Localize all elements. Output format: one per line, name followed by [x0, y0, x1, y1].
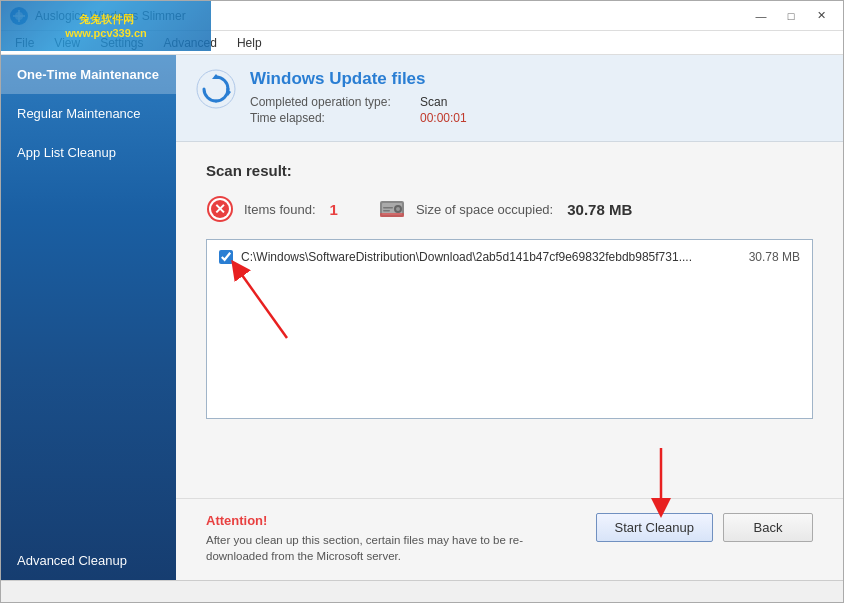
main-window: 兔兔软件网 www.pcv339.cn Auslogics Windows Sl…: [0, 0, 844, 603]
attention-text: After you clean up this section, certain…: [206, 532, 576, 564]
sidebar-item-advanced[interactable]: Advanced Cleanup: [1, 541, 176, 580]
menu-view[interactable]: View: [44, 31, 90, 54]
svg-rect-13: [383, 210, 390, 212]
content-area: Windows Update files Completed operation…: [176, 55, 843, 580]
sidebar-item-app-list[interactable]: App List Cleanup: [1, 133, 176, 172]
space-stat: Size of space occupied: 30.78 MB: [378, 195, 632, 223]
disk-icon: [378, 195, 406, 223]
items-found-label: Items found:: [244, 202, 316, 217]
status-bar: [1, 580, 843, 602]
sidebar-item-regular[interactable]: Regular Maintenance: [1, 94, 176, 133]
scan-stats: ✕ Items found: 1: [206, 195, 813, 223]
refresh-icon: [196, 69, 236, 109]
time-row: Time elapsed: 00:00:01: [250, 111, 823, 125]
operation-value: Scan: [420, 95, 447, 109]
section-title: Windows Update files: [250, 69, 823, 89]
time-label: Time elapsed:: [250, 111, 410, 125]
refresh-svg: [196, 69, 236, 109]
arrow-down-icon: [227, 258, 307, 348]
scan-result-label: Scan result:: [206, 162, 813, 179]
menu-help[interactable]: Help: [227, 31, 272, 54]
time-value: 00:00:01: [420, 111, 467, 125]
action-buttons: Start Cleanup Back: [596, 513, 814, 542]
file-path: C:\Windows\SoftwareDistribution\Download…: [241, 250, 741, 264]
items-found-stat: ✕ Items found: 1: [206, 195, 338, 223]
arrow-area: [217, 268, 802, 348]
scroll-content: Scan result: ✕ Items found: 1: [176, 142, 843, 498]
attention-block: Attention! After you clean up this secti…: [206, 513, 576, 564]
attention-title: Attention!: [206, 513, 576, 528]
minimize-button[interactable]: —: [747, 5, 775, 27]
file-list: C:\Windows\SoftwareDistribution\Download…: [206, 239, 813, 419]
info-panel: Windows Update files Completed operation…: [176, 55, 843, 142]
file-size: 30.78 MB: [749, 250, 800, 264]
close-button[interactable]: ✕: [807, 5, 835, 27]
svg-line-16: [237, 268, 287, 338]
svg-rect-12: [383, 207, 393, 209]
svg-rect-14: [380, 213, 404, 217]
svg-text:✕: ✕: [214, 201, 226, 217]
svg-point-11: [396, 207, 400, 211]
app-icon: [9, 6, 29, 26]
sidebar: One-Time Maintenance Regular Maintenance…: [1, 55, 176, 580]
arrow-to-button-icon: [631, 448, 681, 518]
back-button[interactable]: Back: [723, 513, 813, 542]
window-controls: — □ ✕: [747, 5, 835, 27]
info-details: Windows Update files Completed operation…: [250, 69, 823, 127]
sidebar-item-one-time[interactable]: One-Time Maintenance: [1, 55, 176, 94]
menu-bar: File View Settings Advanced Help: [1, 31, 843, 55]
maximize-button[interactable]: □: [777, 5, 805, 27]
operation-row: Completed operation type: Scan: [250, 95, 823, 109]
items-found-value: 1: [330, 201, 338, 218]
title-bar: Auslogics Windows Slimmer — □ ✕: [1, 1, 843, 31]
items-found-icon: ✕: [206, 195, 234, 223]
window-title: Auslogics Windows Slimmer: [35, 9, 747, 23]
menu-file[interactable]: File: [5, 31, 44, 54]
menu-settings[interactable]: Settings: [90, 31, 153, 54]
menu-advanced[interactable]: Advanced: [154, 31, 227, 54]
space-label: Size of space occupied:: [416, 202, 553, 217]
main-layout: One-Time Maintenance Regular Maintenance…: [1, 55, 843, 580]
sidebar-bottom: Advanced Cleanup: [1, 541, 176, 580]
operation-label: Completed operation type:: [250, 95, 410, 109]
space-value: 30.78 MB: [567, 201, 632, 218]
bottom-section: Attention! After you clean up this secti…: [176, 498, 843, 580]
